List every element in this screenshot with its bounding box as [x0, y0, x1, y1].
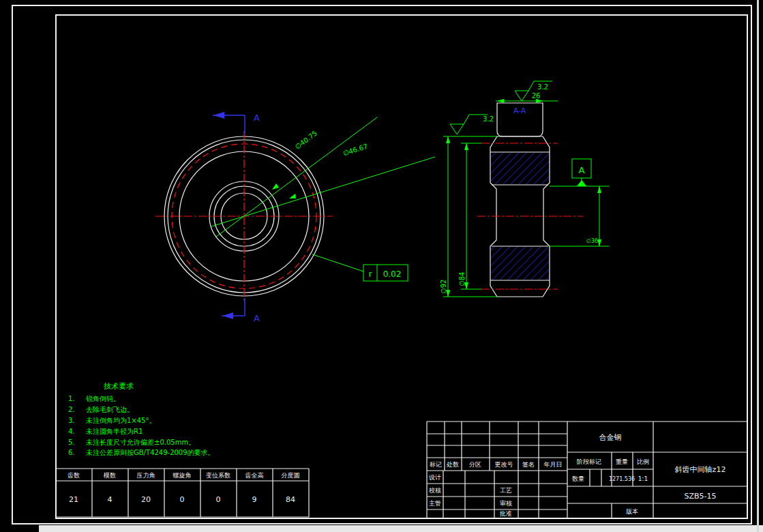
- hatch-top: [491, 153, 549, 184]
- tech-req-num: 4.: [68, 428, 75, 435]
- role-review: 审核: [500, 500, 512, 507]
- datum-label: A: [579, 165, 585, 175]
- section-arrow-bottom: [222, 312, 233, 319]
- gear-value: 9: [252, 495, 257, 504]
- hatch-bottom: [491, 247, 549, 280]
- gear-value: 20: [141, 495, 151, 504]
- gear-col-header: 模数: [103, 472, 116, 479]
- role-approve: 批准: [499, 510, 512, 517]
- rev-header: 更改号: [495, 461, 513, 468]
- weight-value: 1271.536: [609, 476, 635, 482]
- role-chief: 主管: [429, 500, 441, 507]
- tech-req-num: 1.: [68, 395, 75, 402]
- gear-value: 4: [108, 495, 113, 504]
- diameter-leaders: ∅40.75 ∅46.67: [211, 117, 435, 237]
- tech-req-title: 技术要求: [104, 382, 134, 391]
- tech-req-num: 6.: [68, 449, 75, 456]
- rev-header: 分区: [469, 461, 481, 468]
- width-dim-text: 26: [532, 92, 541, 100]
- gear-col-header: 齿数: [68, 472, 80, 479]
- gear-col-header: 变位系数: [206, 472, 230, 479]
- material: 合金钢: [599, 433, 622, 442]
- tech-req-num: 2.: [68, 406, 75, 413]
- gear-col-header: 齿全高: [245, 472, 264, 479]
- gear-col-header: 分度圆: [282, 472, 300, 479]
- window-right-edge: [757, 0, 759, 532]
- part-name: 斜齿中间轴z12: [675, 465, 726, 474]
- tolerance-symbol: r: [369, 269, 372, 279]
- window-bottom-bar: [39, 525, 763, 532]
- version-label: 版本: [626, 508, 638, 515]
- tech-req-item: 未注圆角半径为R1: [85, 428, 143, 435]
- section-view: A-A 26 3.2 3.2: [440, 81, 609, 297]
- rev-header: 处数: [446, 461, 459, 468]
- title-block: 标记 处数 分区 更改号 签名 年月日 设计 校核 主管 工艺 审核 批准 合金…: [427, 422, 747, 518]
- role-design: 设计: [429, 474, 441, 481]
- tolerance-frame: r 0.02: [312, 254, 408, 281]
- weight-label: 重量: [616, 458, 628, 465]
- section-letter-bottom: A: [254, 313, 260, 323]
- gear-col-header: 压力角: [137, 472, 155, 479]
- drawing-number: SZB5-15: [684, 492, 716, 501]
- datum-a: A: [550, 159, 609, 186]
- tech-req-item: 锐角倒钝。: [86, 395, 120, 402]
- gear-value: 0: [180, 495, 185, 504]
- tech-req-num: 5.: [68, 439, 75, 446]
- rev-header: 签名: [522, 461, 535, 468]
- finish-top-value: 3.2: [537, 83, 548, 91]
- surface-finish-left: 3.2: [450, 115, 494, 134]
- gear-value: 84: [286, 495, 295, 504]
- gear-value: 21: [69, 495, 78, 504]
- qty-label: 数量: [572, 475, 584, 482]
- gear-value: 0: [216, 495, 221, 504]
- tech-requirements: 技术要求 1. 锐角倒钝。 2. 去除毛刺飞边。 3. 未注倒角均为1×45°。…: [68, 382, 215, 456]
- tolerance-value: 0.02: [383, 269, 402, 279]
- dim-text-2: ∅46.67: [342, 143, 368, 158]
- tech-req-item: 未注倒角均为1×45°。: [85, 417, 155, 424]
- dim-bore-text: ∅36: [586, 238, 598, 244]
- gear-parameter-table: 齿数 模数 压力角 螺旋角 变位系数 齿全高 分度圆 21 4 20 0 0 9…: [56, 469, 309, 517]
- role-process: 工艺: [500, 487, 512, 494]
- tech-req-item: 未注长度尺寸允许偏差±0.05mm。: [85, 439, 195, 446]
- dim-text-1: ∅40.75: [294, 130, 318, 151]
- cad-canvas: A A ∅40.75 ∅46.67 r 0.02 A-A: [0, 0, 763, 532]
- section-arrow-top: [213, 112, 224, 119]
- scale-label: 比例: [637, 458, 649, 465]
- front-view: A A ∅40.75 ∅46.67 r 0.02: [155, 112, 435, 323]
- tech-req-item: 未注公差原则按GB/T4249-2009的要求。: [85, 449, 215, 456]
- section-view-label: A-A: [513, 106, 526, 115]
- tech-req-num: 3.: [68, 417, 75, 424]
- stage-label: 阶段标记: [577, 458, 601, 465]
- section-letter-top: A: [254, 113, 260, 123]
- gear-col-header: 螺旋角: [173, 472, 192, 479]
- drawing-sheet: A A ∅40.75 ∅46.67 r 0.02 A-A: [0, 0, 763, 532]
- rev-header: 标记: [429, 461, 442, 468]
- role-check: 校核: [429, 487, 441, 494]
- tech-req-item: 去除毛刺飞边。: [85, 406, 134, 413]
- finish-left-value: 3.2: [483, 115, 494, 123]
- dim-outer-text: ∅92: [440, 280, 447, 294]
- dim-pitch-text: ∅84: [458, 272, 466, 286]
- scale-value: 1:1: [638, 475, 648, 482]
- rev-header: 年月日: [544, 461, 563, 468]
